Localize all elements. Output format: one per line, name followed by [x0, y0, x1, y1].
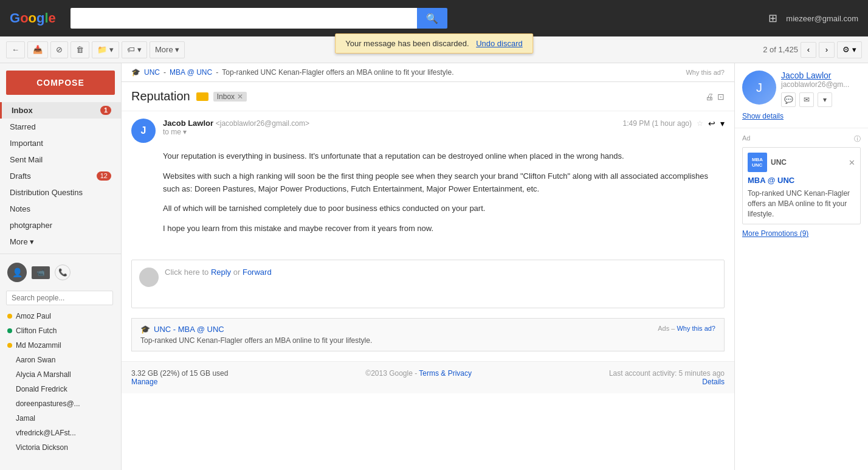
grid-icon[interactable]: ⊞	[768, 12, 777, 25]
sidebar-item-photographer[interactable]: photgrapher	[0, 217, 121, 233]
toast-message: Your message has been discarded.	[345, 39, 469, 48]
contact-item-jamal[interactable]: Jamal	[0, 411, 121, 426]
toast-notification: Your message has been discarded. Undo di…	[335, 33, 533, 54]
google-logo: Google	[10, 10, 56, 26]
contact-email-button[interactable]: ✉	[799, 92, 814, 107]
delete-button[interactable]: 🗑	[71, 41, 89, 58]
contact-item-donald[interactable]: Donald Fredrick	[0, 382, 121, 396]
inbox-badge: 1	[100, 106, 111, 115]
prev-icon: ‹	[807, 45, 810, 54]
sender-avatar: J	[131, 119, 156, 143]
contact-item-clifton[interactable]: Clifton Futch	[0, 323, 121, 338]
ad-label-text: Ad	[742, 134, 750, 143]
pagination-text: 2 of 1,425	[763, 45, 798, 54]
search-input[interactable]	[71, 8, 417, 29]
ad-separator: -	[164, 68, 166, 77]
search-people-input[interactable]	[6, 291, 113, 305]
terms-link[interactable]: Terms & Privacy	[419, 369, 472, 378]
undo-button[interactable]: Undo discard	[476, 39, 523, 48]
print-button[interactable]: 🖨	[705, 92, 714, 102]
more-promotions-link[interactable]: More Promotions (9)	[742, 229, 861, 238]
phone-button[interactable]: 📞	[55, 264, 71, 280]
ads-dash: –	[671, 325, 675, 332]
ad-logo-text: MBAUNC	[752, 157, 763, 168]
show-details-link[interactable]: Show details	[742, 112, 861, 120]
user-email[interactable]: miezeer@gmail.com	[786, 14, 858, 23]
details-link[interactable]: Details	[702, 378, 725, 386]
manage-link[interactable]: Manage	[131, 378, 228, 386]
sidebar-label-distribution: Distribution Questins	[10, 188, 83, 197]
contact-item-aaron[interactable]: Aaron Swan	[0, 353, 121, 367]
settings-button[interactable]: ⚙ ▾	[837, 41, 862, 58]
contact-chat-button[interactable]: 💬	[781, 92, 796, 107]
settings-icon: ⚙	[842, 45, 850, 54]
compose-button[interactable]: COMPOSE	[6, 71, 115, 95]
popout-button[interactable]: ⊡	[717, 92, 725, 102]
settings-chevron: ▾	[852, 45, 856, 54]
report-icon: ⊘	[56, 45, 63, 54]
right-panel: J Jacob Lawlor jacoblawlor26@gm... 💬 ✉ ▾…	[734, 63, 868, 470]
ad-card-title[interactable]: MBA @ UNC	[748, 176, 855, 185]
reply-area[interactable]: Click here to Reply or Forward	[131, 260, 725, 308]
sidebar-item-more[interactable]: More ▾	[0, 233, 121, 250]
reply-button-header[interactable]: ↩	[708, 119, 715, 128]
contact-card: J Jacob Lawlor jacoblawlor26@gm... 💬 ✉ ▾…	[735, 63, 868, 128]
contact-item-vfredrick[interactable]: vfredrick@LAFst...	[0, 426, 121, 440]
ad-close-button[interactable]: ✕	[849, 158, 855, 167]
sidebar-item-distribution[interactable]: Distribution Questins	[0, 184, 121, 201]
footer-left: 3.32 GB (22%) of 15 GB used Manage	[131, 369, 228, 386]
back-button[interactable]: ←	[6, 41, 25, 58]
contact-action-icons: 💬 ✉ ▾	[781, 92, 849, 107]
sidebar-item-important[interactable]: Important	[0, 135, 121, 151]
ad-card: MBAUNC UNC ✕ MBA @ UNC Top-ranked UNC Ke…	[742, 147, 861, 224]
contact-more-button[interactable]: ▾	[818, 92, 832, 107]
contact-name: doreenpastures@...	[16, 399, 80, 408]
why-this-ad-bottom[interactable]: Why this ad?	[677, 325, 715, 332]
to-me[interactable]: to me ▾	[163, 128, 616, 136]
why-this-ad[interactable]: Why this ad?	[686, 69, 725, 76]
contact-name: Alycia A Marshall	[16, 370, 71, 379]
last-activity-text: Last account activity: 5 minutes ago	[609, 369, 725, 378]
ad-label-row: Ad ⓘ	[742, 134, 861, 143]
prev-email-button[interactable]: ‹	[801, 42, 816, 58]
label-button[interactable]: 🏷 ▾	[122, 41, 147, 58]
contact-item-alycia[interactable]: Alycia A Marshall	[0, 367, 121, 382]
inbox-tag-close[interactable]: ✕	[237, 92, 243, 101]
top-bar: Google 🔍 ⊞ miezeer@gmail.com	[0, 0, 868, 36]
contact-item-amoz[interactable]: Amoz Paul	[0, 309, 121, 323]
star-icon[interactable]: ☆	[697, 119, 703, 128]
sidebar-item-notes[interactable]: Notes	[0, 201, 121, 217]
bottom-ad: 🎓 UNC - MBA @ UNC Ads – Why this ad? Top…	[131, 318, 725, 351]
report-button[interactable]: ⊘	[50, 41, 68, 58]
sidebar-item-starred[interactable]: Starred	[0, 119, 121, 135]
sender-name-row: Jacob Lawlor <jacoblawlor26@gmail.com>	[163, 119, 616, 128]
contact-item-md[interactable]: Md Mozammil	[0, 338, 121, 353]
footer-center: ©2013 Google - Terms & Privacy	[365, 369, 472, 378]
bottom-ad-title-text: UNC - MBA @ UNC	[154, 325, 224, 334]
archive-button[interactable]: 📥	[27, 41, 48, 58]
info-icon[interactable]: ⓘ	[854, 134, 861, 143]
next-icon: ›	[825, 45, 828, 54]
email-actions: 🖨 ⊡	[705, 92, 725, 102]
reply-link[interactable]: Reply	[211, 268, 231, 277]
next-email-button[interactable]: ›	[819, 42, 835, 58]
search-button[interactable]: 🔍	[417, 8, 447, 29]
bottom-ad-why: Ads – Why this ad?	[658, 325, 715, 334]
video-call-button[interactable]: 📹	[32, 266, 50, 279]
sidebar-label-drafts: Drafts	[10, 171, 31, 181]
sidebar-item-drafts[interactable]: Drafts 12	[0, 168, 121, 184]
ad-link-unc[interactable]: UNC	[144, 68, 160, 77]
contact-item-doreen[interactable]: doreenpastures@...	[0, 396, 121, 411]
contact-card-name[interactable]: Jacob Lawlor	[781, 71, 832, 80]
move-button[interactable]: 📁 ▾	[92, 41, 119, 58]
sidebar-item-sent[interactable]: Sent Mail	[0, 151, 121, 168]
ad-icon: 🎓	[131, 68, 140, 77]
contact-card-email: jacoblawlor26@gm...	[781, 80, 849, 89]
more-button-header[interactable]: ▾	[720, 119, 725, 128]
contact-item-victoria[interactable]: Victoria Dickson	[0, 440, 121, 455]
sidebar-item-inbox[interactable]: Inbox 1	[0, 102, 121, 119]
ad-link-mba[interactable]: MBA @ UNC	[170, 68, 212, 77]
more-button[interactable]: More ▾	[150, 41, 185, 58]
forward-link[interactable]: Forward	[243, 268, 272, 277]
bottom-ad-title[interactable]: 🎓 UNC - MBA @ UNC	[140, 325, 224, 334]
